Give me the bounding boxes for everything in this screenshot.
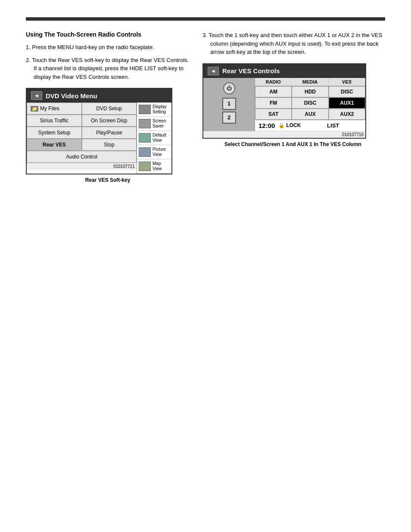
dvd-picture-label: PictureView: [153, 147, 166, 157]
ves-channel-1-btn[interactable]: 1: [222, 98, 236, 110]
ves-grid: AM HDD DISC FM DISC AUX1 SAT AUX AUX2: [255, 86, 365, 120]
dvd-map-thumb: [139, 162, 151, 171]
dvd-dvd-setup-btn[interactable]: DVD Setup: [82, 103, 137, 115]
dvd-sirius-traffic-label: Sirius Traffic: [40, 118, 68, 124]
dvd-display-setting: DisplaySetting: [137, 103, 171, 117]
dvd-caption: Rear VES Soft-key: [26, 177, 190, 183]
dvd-stop-label: Stop: [104, 142, 115, 148]
dvd-display-thumb: [139, 105, 151, 114]
ves-header: ◄ Rear VES Controls: [203, 64, 365, 78]
dvd-display-label: DisplaySetting: [153, 104, 167, 115]
ves-lock: 🔒 LOCK: [278, 122, 301, 128]
dvd-back-arrow: ◄: [31, 91, 42, 100]
dvd-my-files-btn[interactable]: 📁 My Files: [27, 103, 82, 115]
ves-col-header-radio: RADIO: [255, 78, 292, 86]
ves-screen-area: ⏻ 1 2: [203, 78, 255, 131]
step-2: 2. Touch the Rear VES soft-key to displa…: [26, 56, 190, 81]
left-column: Using The Touch-Screen Radio Controls 1.…: [26, 31, 190, 183]
dvd-picture-view: PictureView: [137, 145, 171, 159]
dvd-menu-screenshot: ◄ DVD Video Menu 📁 My Files DVD Setup: [26, 88, 172, 174]
ves-controls-screenshot: ◄ Rear VES Controls ⏻ 1: [202, 63, 366, 139]
step-2-number: 2.: [26, 57, 32, 63]
section-divider: [26, 17, 385, 21]
page: Using The Touch-Screen Radio Controls 1.…: [0, 0, 411, 532]
ves-channel-buttons: 1 2: [206, 98, 252, 124]
ves-channel-2-label: 2: [227, 114, 230, 121]
content-area: Using The Touch-Screen Radio Controls 1.…: [26, 31, 385, 183]
ves-header-title: Rear VES Controls: [222, 67, 280, 75]
dvd-picture-thumb: [139, 147, 151, 157]
ves-cell-disc2[interactable]: DISC: [292, 97, 328, 109]
ves-cell-fm[interactable]: FM: [255, 97, 292, 109]
dvd-my-files-label: My Files: [40, 106, 59, 112]
dvd-play-pause-btn[interactable]: Play/Pause: [82, 127, 137, 139]
dvd-row-3: System Setup Play/Pause: [27, 127, 137, 139]
dvd-row-4: Rear VES Stop: [27, 139, 137, 151]
dvd-on-screen-disp-label: On Screen Disp: [91, 118, 128, 124]
dvd-play-pause-label: Play/Pause: [96, 130, 122, 136]
ves-cell-aux2[interactable]: AUX2: [329, 109, 365, 120]
ves-time: 12:00: [258, 122, 275, 129]
dvd-row-2: Sirius Traffic On Screen Disp: [27, 115, 137, 127]
ves-cell-aux1[interactable]: AUX1: [329, 97, 365, 109]
step-list: 1. Press the MENU hard-key on the radio …: [26, 43, 190, 81]
right-column: 3. Touch the 1 soft-key and then touch e…: [202, 31, 383, 147]
ves-back-arrow: ◄: [208, 67, 219, 75]
step-3: 3. Touch the 1 soft-key and then touch e…: [202, 31, 383, 56]
step-3-text: Touch the 1 soft-key and then touch eith…: [209, 32, 382, 55]
dvd-default-label: DefaultView: [153, 133, 166, 143]
dvd-sirius-traffic-btn[interactable]: Sirius Traffic: [27, 115, 82, 127]
dvd-menu-title: DVD Video Menu: [46, 92, 97, 100]
ves-lock-icon: 🔒: [278, 122, 285, 128]
dvd-default-thumb: [139, 133, 151, 143]
dvd-audio-control-btn[interactable]: Audio Control: [27, 151, 137, 163]
ves-cell-sat[interactable]: SAT: [255, 109, 292, 120]
section-title: Using The Touch-Screen Radio Controls: [26, 31, 190, 38]
ves-footer: 12:00 🔒 LOCK LIST: [255, 120, 365, 131]
ves-column-headers: RADIO MEDIA VES: [255, 78, 365, 86]
dvd-row-1: 📁 My Files DVD Setup: [27, 103, 137, 115]
ves-cell-disc1[interactable]: DISC: [329, 86, 365, 97]
step-3-list: 3. Touch the 1 soft-key and then touch e…: [202, 31, 383, 56]
ves-body: ⏻ 1 2: [203, 78, 365, 131]
dvd-screen-saver: ScreenSaver: [137, 117, 171, 131]
step-3-number: 3.: [202, 32, 209, 38]
step-1-text: Press the MENU hard-key on the radio fac…: [32, 44, 154, 50]
ves-cell-hdd[interactable]: HDD: [292, 86, 328, 97]
ves-lock-label: LOCK: [286, 122, 301, 128]
dvd-default-view: DefaultView: [137, 131, 171, 145]
dvd-audio-control-label: Audio Control: [66, 154, 97, 160]
ves-cell-aux[interactable]: AUX: [292, 109, 328, 120]
dvd-dvd-setup-label: DVD Setup: [96, 106, 122, 112]
dvd-rear-ves-label: Rear VES: [43, 142, 66, 148]
ves-col-header-media: MEDIA: [292, 78, 328, 86]
ves-power-icon: ⏻: [227, 85, 232, 91]
dvd-menu-header: ◄ DVD Video Menu: [27, 89, 171, 103]
step-1-number: 1.: [26, 44, 32, 50]
dvd-map-label: MapView: [153, 161, 162, 171]
dvd-code: 010107721: [27, 163, 137, 170]
step-2-text: Touch the Rear VES soft-key to display t…: [32, 57, 189, 80]
ves-list-button[interactable]: LIST: [304, 122, 362, 129]
dvd-system-setup-btn[interactable]: System Setup: [27, 127, 82, 139]
ves-power-button[interactable]: ⏻: [223, 82, 235, 94]
dvd-screen-label: ScreenSaver: [153, 118, 166, 129]
dvd-menu-right: DisplaySetting ScreenSaver DefaultView: [137, 103, 171, 174]
dvd-menu-left: 📁 My Files DVD Setup Sirius Traffic: [27, 103, 137, 174]
ves-col-header-ves: VES: [329, 78, 365, 86]
dvd-stop-btn[interactable]: Stop: [82, 139, 137, 151]
dvd-on-screen-disp-btn[interactable]: On Screen Disp: [82, 115, 137, 127]
ves-caption: Select Channel/Screen 1 And AUX 1 In The…: [202, 141, 383, 147]
ves-cell-am[interactable]: AM: [255, 86, 292, 97]
dvd-screen-thumb: [139, 119, 151, 128]
step-1: 1. Press the MENU hard-key on the radio …: [26, 43, 190, 52]
dvd-map-view: MapView: [137, 159, 171, 174]
dvd-system-setup-label: System Setup: [38, 130, 70, 136]
ves-right-area: RADIO MEDIA VES AM HDD DI: [255, 78, 365, 131]
dvd-menu-body: 📁 My Files DVD Setup Sirius Traffic: [27, 103, 171, 174]
ves-channel-1-label: 1: [227, 100, 230, 107]
ves-channel-2-btn[interactable]: 2: [222, 112, 236, 124]
ves-code: 010107710: [203, 131, 365, 138]
dvd-rear-ves-btn[interactable]: Rear VES: [27, 139, 82, 151]
